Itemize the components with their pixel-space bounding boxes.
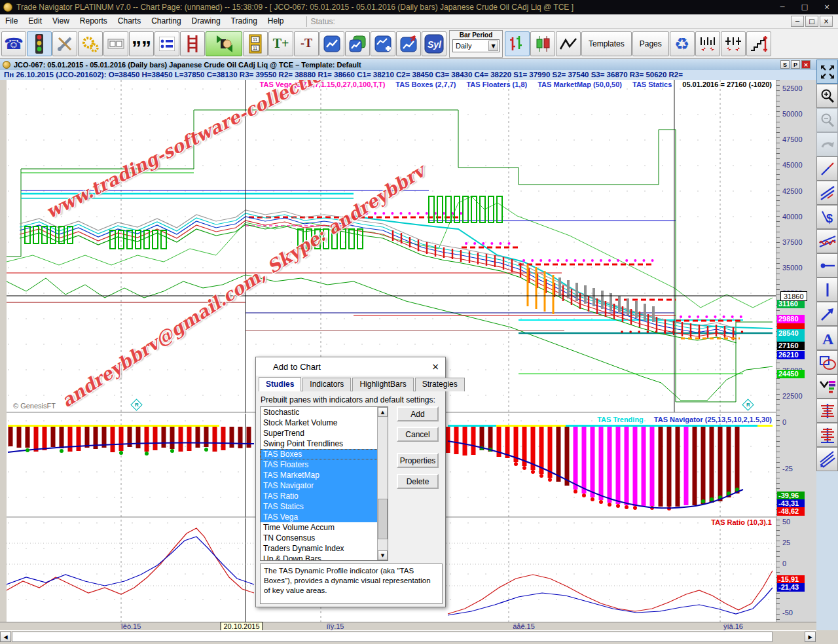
syl-button[interactable]: Syl bbox=[422, 31, 446, 56]
menu-charts[interactable]: Charts bbox=[113, 14, 146, 28]
list-item[interactable]: TAS MarketMap bbox=[261, 470, 388, 480]
zoom-in-button[interactable] bbox=[816, 84, 838, 108]
vertical-line-tool-button[interactable] bbox=[816, 277, 838, 302]
fib-retracement-tool-button[interactable] bbox=[816, 399, 838, 423]
list-item[interactable]: TAS Statics bbox=[261, 501, 388, 512]
angle-tool-button[interactable] bbox=[816, 447, 838, 471]
templates-button[interactable]: Templates bbox=[581, 31, 632, 56]
scrollbar-thumb[interactable] bbox=[12, 632, 773, 642]
list-button[interactable] bbox=[155, 31, 179, 56]
trade-hand-button[interactable] bbox=[206, 31, 242, 56]
tab-indicators[interactable]: Indicators bbox=[302, 378, 351, 391]
phone-button[interactable]: ☎ bbox=[1, 31, 26, 56]
pages-button[interactable]: Pages bbox=[632, 31, 669, 56]
arrow-tool-button[interactable] bbox=[816, 302, 838, 326]
scroll-down-icon[interactable]: ▼ bbox=[378, 550, 388, 560]
properties-button[interactable]: P bbox=[791, 60, 800, 69]
recycle-button[interactable]: ♻ bbox=[670, 31, 695, 56]
list-item[interactable]: Stochastic bbox=[261, 407, 388, 418]
tas-ratio-label[interactable]: TAS Ratio (10,3).1 bbox=[711, 518, 772, 526]
new-chart-button[interactable] bbox=[319, 31, 344, 56]
dialog-close-icon[interactable]: × bbox=[426, 361, 445, 372]
list-item[interactable]: TAS Navigator bbox=[261, 480, 388, 491]
list-item[interactable]: TAS Ratio bbox=[261, 491, 388, 501]
properties-button[interactable]: Properties bbox=[397, 453, 439, 468]
list-item[interactable]: TAS Floaters bbox=[261, 459, 388, 470]
tas-statics-label[interactable]: TAS Statics bbox=[632, 80, 672, 88]
list-item[interactable]: Stock Market Volume bbox=[261, 418, 388, 428]
list-item[interactable]: Swing Point Trendlines bbox=[261, 438, 388, 449]
gears-button[interactable] bbox=[78, 31, 103, 56]
text-minus-button[interactable]: -T bbox=[294, 31, 319, 56]
cycle-tool-button[interactable] bbox=[816, 229, 838, 253]
chart-close-button[interactable]: × bbox=[801, 60, 811, 69]
time-axis[interactable]: îêò.15 20.10.2015 íîÿ.15 äåê.15 ÿíâ.16 bbox=[0, 622, 816, 630]
mdi-restore-button[interactable]: □ bbox=[805, 16, 818, 27]
list-scrollbar[interactable]: ▲ ▼ bbox=[377, 407, 388, 560]
tas-navigator-label[interactable]: TAS Navigator (25,13,5,10,2,1.5,30) bbox=[654, 416, 772, 423]
menu-view[interactable]: View bbox=[47, 14, 75, 28]
list-item[interactable]: Time Volume Accum bbox=[261, 522, 388, 533]
compress-out-button[interactable] bbox=[721, 31, 746, 56]
delete-button[interactable]: Delete bbox=[397, 474, 439, 489]
chevron-down-icon[interactable]: ▼ bbox=[488, 41, 498, 51]
chart-copy-button[interactable] bbox=[345, 31, 370, 56]
quotes-button[interactable]: ”” bbox=[129, 31, 154, 56]
minimize-button[interactable]: ─ bbox=[771, 0, 793, 14]
menu-help[interactable]: Help bbox=[263, 14, 289, 28]
tools-button[interactable] bbox=[52, 31, 77, 56]
menu-trading[interactable]: Trading bbox=[226, 14, 263, 28]
list-item[interactable]: Up & Down Bars bbox=[261, 554, 388, 561]
tas-boxes-label[interactable]: TAS Boxes (2,7,7) bbox=[395, 80, 456, 88]
fib-extension-tool-button[interactable] bbox=[816, 423, 838, 447]
tas-trending-label[interactable]: TAS Trending bbox=[597, 416, 644, 423]
compress-in-button[interactable] bbox=[695, 31, 720, 56]
shapes-tool-button[interactable] bbox=[816, 350, 838, 374]
maximize-button[interactable]: □ bbox=[793, 0, 816, 14]
horizontal-line-tool-button[interactable] bbox=[816, 253, 838, 277]
dollar-line-tool-button[interactable]: $ bbox=[816, 205, 838, 229]
mdi-close-button[interactable]: × bbox=[820, 16, 833, 27]
close-button[interactable]: × bbox=[816, 0, 838, 14]
list-item[interactable]: SuperTrend bbox=[261, 428, 388, 438]
line-chart-button[interactable] bbox=[556, 31, 581, 56]
undo-zoom-button[interactable] bbox=[816, 132, 838, 156]
panes-button[interactable] bbox=[103, 31, 128, 56]
price-scale[interactable]: 52500 50000 47500 45000 42500 40000 3750… bbox=[776, 80, 816, 630]
horizontal-scrollbar[interactable]: ◀ ▶ bbox=[0, 630, 816, 642]
list-item[interactable]: TN Consensus bbox=[261, 533, 388, 543]
menu-reports[interactable]: Reports bbox=[75, 14, 113, 28]
menu-charting[interactable]: Charting bbox=[146, 14, 186, 28]
ohlc-bars-button[interactable] bbox=[505, 31, 530, 56]
scroll-left-button[interactable]: ◀ bbox=[0, 632, 11, 642]
scroll-up-icon[interactable]: ▲ bbox=[378, 407, 388, 417]
scroll-right-button[interactable]: ▶ bbox=[805, 632, 816, 642]
menu-edit[interactable]: Edit bbox=[23, 14, 47, 28]
traffic-light-button[interactable] bbox=[27, 31, 52, 56]
text-tool-button[interactable]: A bbox=[816, 326, 838, 350]
menu-file[interactable]: File bbox=[0, 14, 23, 28]
tab-studies[interactable]: Studies bbox=[259, 377, 301, 391]
filmstrip-button[interactable]: 1111 bbox=[243, 31, 268, 56]
menu-drawing[interactable]: Drawing bbox=[187, 14, 226, 28]
tas-floaters-label[interactable]: TAS Floaters (1,8) bbox=[466, 80, 527, 88]
studies-listbox[interactable]: Stochastic Stock Market Volume SuperTren… bbox=[260, 406, 388, 561]
volume-profile-tool-button[interactable] bbox=[816, 374, 838, 399]
chart-pointer-button[interactable] bbox=[396, 31, 421, 56]
list-item[interactable]: Traders Dynamic Index bbox=[261, 543, 388, 554]
cancel-button[interactable]: Cancel bbox=[397, 427, 439, 442]
scale-button[interactable]: S bbox=[780, 60, 790, 69]
dialog-titlebar[interactable]: Add to Chart × bbox=[256, 357, 445, 376]
trendline-tool-button[interactable] bbox=[816, 156, 838, 181]
mdi-minimize-button[interactable]: ─ bbox=[791, 16, 804, 27]
list-scrollbar-thumb[interactable] bbox=[378, 499, 388, 539]
zoom-out-button[interactable] bbox=[816, 108, 838, 132]
add-button[interactable]: Add bbox=[397, 406, 439, 421]
tas-marketmap-label[interactable]: TAS MarketMap (50,0,50) bbox=[537, 80, 622, 88]
list-item-tas-boxes[interactable]: TAS Boxes bbox=[261, 449, 388, 459]
chart-add-button[interactable] bbox=[371, 31, 395, 56]
tab-highlightbars[interactable]: HighlightBars bbox=[352, 378, 413, 391]
text-plus-button[interactable]: T+ bbox=[268, 31, 293, 56]
ladder-button[interactable] bbox=[180, 31, 205, 56]
candlestick-button[interactable] bbox=[530, 31, 555, 56]
